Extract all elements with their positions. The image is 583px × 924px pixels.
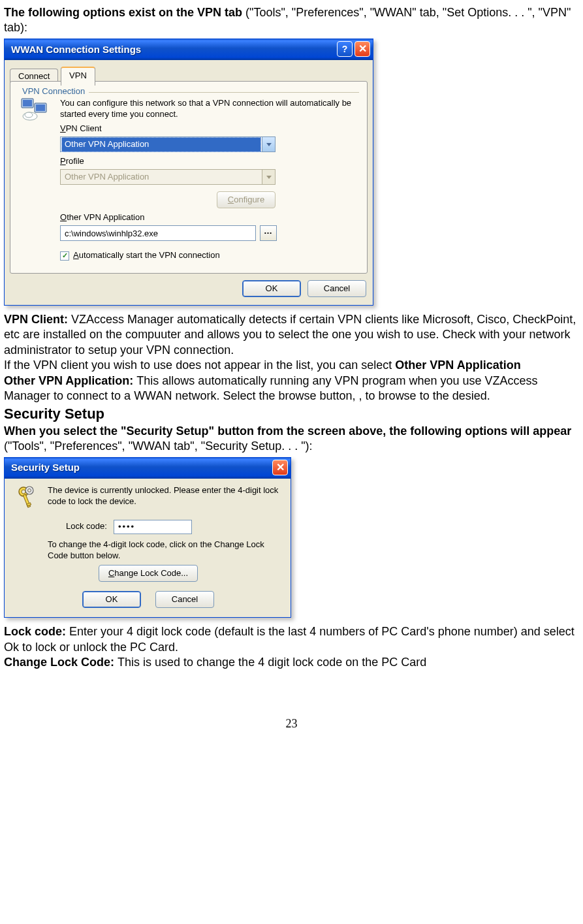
change-lock-text: This is used to change the 4 digit lock … xyxy=(118,656,426,669)
lock-code-text: Enter your 4 digit lock code (default is… xyxy=(4,625,575,653)
vpn-client-combo[interactable]: Other VPN Application xyxy=(60,136,276,152)
autostart-checkbox[interactable] xyxy=(60,251,69,261)
sec-line1: The device is currently unlocked. Please… xyxy=(48,485,280,507)
other-list-bold: Other VPN Application xyxy=(395,358,520,372)
tabstrip: Connect VPN xyxy=(10,63,370,82)
other-vpn-app-label: Other VPN Application xyxy=(60,212,356,223)
configure-label: Configure xyxy=(228,195,264,206)
groupbox-vpn-connection-label: VPN Connection xyxy=(18,86,89,97)
help-icon[interactable] xyxy=(337,41,353,57)
svg-rect-1 xyxy=(23,100,32,106)
configure-button: Configure xyxy=(217,191,276,208)
wwan-dialog-figure: WWAN Connection Settings Connect VPN VPN… xyxy=(4,39,373,306)
cancel-button[interactable]: Cancel xyxy=(155,591,214,608)
close-icon[interactable] xyxy=(272,460,288,475)
other-vpn-path-value[interactable] xyxy=(61,227,255,240)
sec-line2: To change the 4-digit lock code, click o… xyxy=(48,539,280,562)
network-connection-icon xyxy=(21,98,50,121)
chevron-down-icon xyxy=(262,170,275,184)
change-lock-code-button[interactable]: Change Lock Code... xyxy=(99,565,198,582)
svg-point-5 xyxy=(25,112,33,118)
other-list-paragraph: If the VPN client you wish to use does n… xyxy=(4,358,579,373)
change-lock-code-label: Change Lock Code... xyxy=(108,568,188,579)
other-list-text: If the VPN client you wish to use does n… xyxy=(4,358,395,372)
lock-code-paragraph: Lock code: Enter your 4 digit lock code … xyxy=(4,624,579,655)
wwan-titlebar: WWAN Connection Settings xyxy=(5,39,373,60)
autostart-label: Automatically start the VPN connection xyxy=(73,250,220,261)
chevron-down-icon[interactable] xyxy=(262,137,275,151)
vpn-client-paragraph: VPN Client: VZAccess Manager automatical… xyxy=(4,312,579,358)
lock-code-input[interactable]: •••• xyxy=(114,520,192,534)
security-dialog-figure: Security Setup The device is currently u… xyxy=(4,457,291,618)
lock-code-label: Lock code: xyxy=(66,521,107,532)
ok-button[interactable]: OK xyxy=(82,591,141,608)
security-window: Security Setup The device is currently u… xyxy=(4,457,291,618)
tab-vpn[interactable]: VPN xyxy=(61,67,95,86)
vpn-client-label: VPN Client xyxy=(60,123,356,135)
other-vpn-path-input[interactable] xyxy=(60,225,256,241)
vpn-tabpanel: VPN Connection You c xyxy=(10,81,368,274)
intro-paragraph: The following options exist on the VPN t… xyxy=(4,5,579,36)
ok-button[interactable]: OK xyxy=(242,280,301,297)
security-setup-heading: Security Setup xyxy=(4,405,579,424)
page-number: 23 xyxy=(4,716,579,731)
security-title: Security Setup xyxy=(11,461,270,474)
svg-point-7 xyxy=(22,490,25,494)
sec-intro-rest: ("Tools", "Preferences", "WWAN tab", "Se… xyxy=(4,439,313,453)
keys-icon xyxy=(16,485,39,515)
intro-bold: The following options exist on the VPN t… xyxy=(4,6,245,19)
svg-point-11 xyxy=(28,488,31,492)
wwan-window: WWAN Connection Settings Connect VPN VPN… xyxy=(4,39,373,306)
vpn-description: You can configure this network so that a… xyxy=(60,98,356,120)
close-icon[interactable] xyxy=(355,41,370,57)
other-vpn-paragraph: Other VPN Application: This allows autom… xyxy=(4,374,579,404)
cancel-button[interactable]: Cancel xyxy=(307,280,366,297)
profile-label: Profile xyxy=(60,156,356,167)
profile-value: Other VPN Application xyxy=(61,170,262,184)
change-lock-paragraph: Change Lock Code: This is used to change… xyxy=(4,655,579,670)
wwan-title: WWAN Connection Settings xyxy=(11,43,335,56)
profile-combo: Other VPN Application xyxy=(60,169,276,185)
other-vpn-lead: Other VPN Application: xyxy=(4,374,136,387)
browse-button[interactable] xyxy=(260,225,277,241)
svg-rect-3 xyxy=(36,104,45,111)
security-titlebar: Security Setup xyxy=(5,458,291,479)
sec-intro-bold: When you select the "Security Setup" but… xyxy=(4,424,571,438)
vpn-client-lead: VPN Client: xyxy=(4,313,71,326)
change-lock-lead: Change Lock Code: xyxy=(4,656,118,669)
security-intro-paragraph: When you select the "Security Setup" but… xyxy=(4,424,579,454)
lock-code-lead: Lock code: xyxy=(4,625,69,638)
vpn-client-value: Other VPN Application xyxy=(61,137,261,152)
vpn-client-text: VZAccess Manager automatically detects i… xyxy=(4,313,576,357)
